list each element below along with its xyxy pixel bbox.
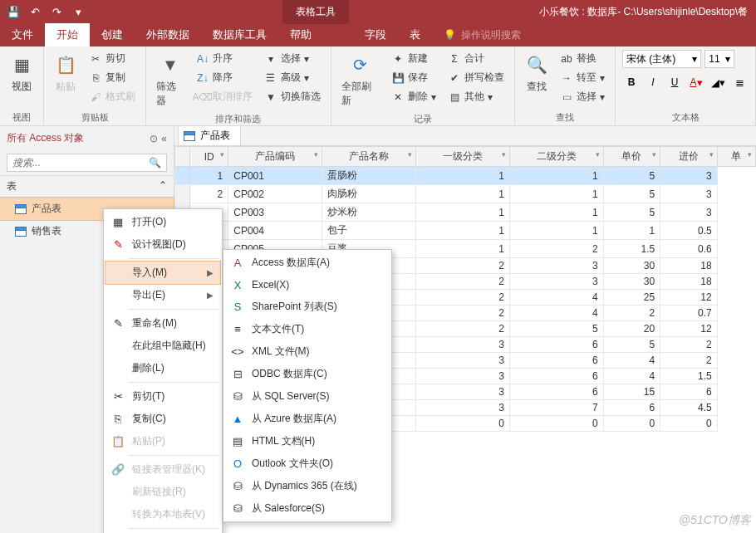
- col-header[interactable]: 进价▾: [660, 147, 717, 167]
- col-header[interactable]: 单▾: [717, 147, 755, 167]
- font-select[interactable]: 宋体 (主体)▾: [622, 50, 701, 68]
- imp-salesforce[interactable]: ⛁从 Salesforce(S): [225, 497, 390, 520]
- col-header[interactable]: 一级分类▾: [416, 147, 510, 167]
- imp-outlook[interactable]: OOutlook 文件夹(O): [225, 452, 390, 475]
- cut-button[interactable]: ✂剪切: [86, 50, 139, 67]
- imp-xml[interactable]: <>XML 文件(M): [225, 340, 390, 363]
- table-row[interactable]: 4CP004包子1110.5: [175, 222, 756, 240]
- salesforce-icon: ⛁: [230, 502, 245, 516]
- ctx-open[interactable]: ▦打开(O): [106, 211, 220, 233]
- ctx-hide[interactable]: 在此组中隐藏(H): [106, 335, 220, 357]
- tab-home[interactable]: 开始: [45, 23, 90, 46]
- col-header[interactable]: 二级分类▾: [509, 147, 603, 167]
- replace-button[interactable]: ab替换: [557, 50, 608, 67]
- font-color-button[interactable]: A▾: [687, 73, 705, 91]
- table-row[interactable]: 2CP002肉肠粉1153: [175, 185, 756, 203]
- imp-text[interactable]: ≡文本文件(T): [225, 318, 390, 340]
- find-button[interactable]: 🔍 查找: [522, 50, 552, 97]
- imp-sharepoint[interactable]: SSharePoint 列表(S): [225, 296, 390, 318]
- qat-customize-icon[interactable]: ▾: [71, 5, 85, 18]
- col-header[interactable]: 单价▾: [603, 147, 660, 167]
- ctx-export[interactable]: 导出(E)▶: [106, 284, 220, 306]
- ctx-rename[interactable]: ✎重命名(M): [106, 312, 220, 335]
- ctx-import[interactable]: 导入(M)▶: [106, 262, 220, 284]
- collapse-icon[interactable]: «: [161, 133, 167, 144]
- ctx-design[interactable]: ✎设计视图(D): [106, 233, 220, 256]
- imp-azure[interactable]: ▲从 Azure 数据库(A): [225, 408, 390, 430]
- size-select[interactable]: 11▾: [704, 50, 734, 68]
- imp-excel[interactable]: XExcel(X): [225, 274, 390, 296]
- clear-sort-button[interactable]: A⌫取消排序: [193, 88, 256, 105]
- group-records: ⟳ 全部刷新 ✦新建 💾保存 ✕删除 ▾ Σ合计 ✔拼写检查 ▤其他 ▾ 记录: [331, 46, 515, 125]
- toggle-filter-button[interactable]: ▼切换筛选: [261, 88, 324, 105]
- view-button[interactable]: ▦ 视图: [7, 50, 37, 97]
- ctx-convert[interactable]: 转换为本地表(V): [106, 503, 220, 526]
- save-rec-button[interactable]: 💾保存: [388, 69, 439, 86]
- advanced-button[interactable]: ☰高级 ▾: [261, 69, 324, 86]
- align-button[interactable]: ≣: [730, 73, 749, 91]
- text-icon: ≡: [230, 323, 245, 336]
- ctx-copy[interactable]: ⎘复制(C): [106, 408, 220, 430]
- spell-button[interactable]: ✔拼写检查: [444, 69, 508, 86]
- tell-me[interactable]: 💡 操作说明搜索: [432, 23, 756, 46]
- circle-chevron-icon[interactable]: ⊙: [150, 133, 158, 144]
- paste-icon: 📋: [110, 435, 125, 448]
- formatpainter-button[interactable]: 🖌格式刷: [86, 88, 139, 105]
- selection-button[interactable]: ▾选择 ▾: [261, 50, 324, 67]
- lightbulb-icon: 💡: [444, 29, 456, 41]
- fill-color-button[interactable]: ◢▾: [709, 73, 727, 91]
- ctx-refresh[interactable]: 刷新链接(R): [106, 481, 220, 503]
- more-button[interactable]: ▤其他 ▾: [444, 88, 508, 105]
- tab-fields[interactable]: 字段: [353, 23, 398, 46]
- imp-odbc[interactable]: ⊟ODBC 数据库(C): [225, 363, 390, 385]
- ctx-linkmgr[interactable]: 🔗链接表管理器(K): [106, 458, 220, 481]
- sort-asc-button[interactable]: A↓升序: [193, 50, 256, 67]
- table-row[interactable]: 3CP003炒米粉1153: [175, 203, 756, 222]
- imp-access[interactable]: AAccess 数据库(A): [225, 252, 390, 274]
- imp-sql[interactable]: ⛁从 SQL Server(S): [225, 385, 390, 408]
- search-icon[interactable]: 🔍: [144, 157, 166, 169]
- refresh-button[interactable]: ⟳ 全部刷新: [338, 50, 383, 111]
- imp-html[interactable]: ▤HTML 文档(H): [225, 430, 390, 452]
- ctx-paste[interactable]: 📋粘贴(P): [106, 430, 220, 452]
- copy-button[interactable]: ⎘复制: [86, 69, 139, 86]
- tab-table[interactable]: 表: [398, 23, 432, 46]
- tab-dbtools[interactable]: 数据库工具: [201, 23, 278, 46]
- goto-button[interactable]: →转至 ▾: [557, 69, 608, 86]
- imp-dyn365[interactable]: ⛁从 Dynamics 365 (在线): [225, 475, 390, 497]
- save-icon[interactable]: 💾: [7, 5, 20, 18]
- select-button[interactable]: ▭选择 ▾: [557, 88, 608, 105]
- italic-button[interactable]: I: [644, 73, 662, 91]
- doc-tab-products[interactable]: 产品表: [178, 126, 241, 145]
- totals-button[interactable]: Σ合计: [444, 50, 508, 67]
- filter-button[interactable]: ▼ 筛选器: [153, 50, 188, 111]
- paste-label: 粘贴: [56, 80, 76, 94]
- tab-external[interactable]: 外部数据: [135, 23, 201, 46]
- nav-search[interactable]: 🔍: [7, 154, 167, 172]
- search-input[interactable]: [7, 154, 144, 171]
- tab-create[interactable]: 创建: [90, 23, 135, 46]
- selection-icon: ▾: [264, 52, 277, 66]
- paste-button[interactable]: 📋 粘贴: [51, 50, 81, 97]
- tab-help[interactable]: 帮助: [278, 23, 323, 46]
- titlebar: 💾 ↶ ↷ ▾ 表格工具 小乐餐饮 : 数据库- C:\Users\shijin…: [0, 0, 756, 23]
- col-header[interactable]: ID▾: [190, 147, 228, 167]
- undo-icon[interactable]: ↶: [28, 5, 42, 18]
- redo-icon[interactable]: ↷: [50, 5, 63, 18]
- underline-button[interactable]: U: [665, 73, 684, 91]
- nav-section-tables[interactable]: 表⌃: [0, 175, 174, 198]
- ctx-delete[interactable]: 删除(L): [106, 357, 220, 379]
- delete-icon: ✕: [391, 90, 405, 104]
- nav-header[interactable]: 所有 Access 对象 ⊙«: [0, 126, 174, 150]
- sort-desc-button[interactable]: Z↓降序: [193, 69, 256, 86]
- col-header[interactable]: 产品编码▾: [228, 147, 322, 167]
- bold-button[interactable]: B: [622, 73, 641, 91]
- new-button[interactable]: ✦新建: [388, 50, 439, 67]
- table-row[interactable]: 1CP001蛋肠粉1153: [175, 167, 756, 185]
- sharepoint-icon: S: [230, 301, 245, 314]
- delete-button[interactable]: ✕删除 ▾: [388, 88, 439, 105]
- tab-file[interactable]: 文件: [0, 23, 45, 46]
- ctx-cut[interactable]: ✂剪切(T): [106, 385, 220, 408]
- new-icon: ✦: [391, 52, 405, 66]
- col-header[interactable]: 产品名称▾: [322, 147, 416, 167]
